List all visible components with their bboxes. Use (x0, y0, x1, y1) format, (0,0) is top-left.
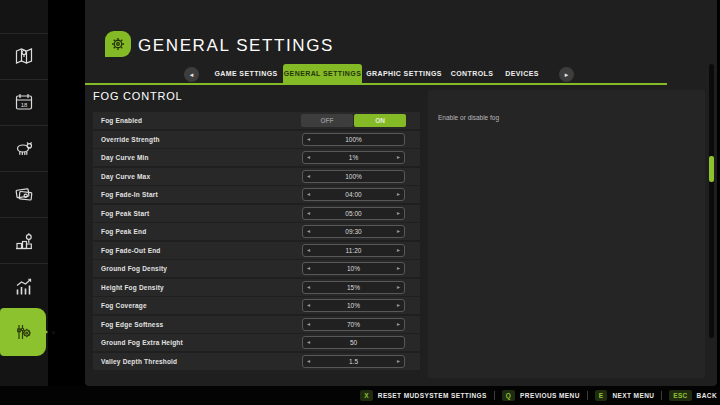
sidebar-divider (0, 217, 48, 218)
value-stepper[interactable]: ◂10%▸ (302, 262, 405, 275)
tab-controls[interactable]: CONTROLS (451, 64, 493, 84)
setting-label: Fog Peak Start (101, 205, 149, 222)
setting-value: 1.5 (303, 356, 404, 367)
value-stepper[interactable]: ◂04:00▸ (302, 188, 405, 201)
increment-arrow-icon[interactable]: ▸ (397, 208, 400, 219)
keybind-hint: ESCBACK (669, 390, 717, 401)
setting-value: 100% (303, 171, 404, 182)
increment-arrow-icon[interactable]: ▸ (397, 152, 400, 163)
factory-icon (13, 230, 35, 252)
value-stepper[interactable]: ◂1%▸ (302, 151, 405, 164)
hint-label[interactable]: NEXT MENU (612, 392, 654, 399)
keybind-bar: XRESET MUDSYSTEM SETTINGSQPREVIOUS MENUE… (0, 386, 720, 405)
keycap-q: Q (502, 390, 515, 401)
sidebar-item-settings[interactable] (0, 308, 46, 356)
setting-value: 70% (303, 319, 404, 330)
value-stepper[interactable]: ◂1.5▸ (302, 355, 405, 368)
setting-label: Fog Fade-Out End (101, 242, 161, 259)
settings-sliders-icon (12, 321, 34, 343)
setting-value: 04:00 (303, 189, 404, 200)
tabs-prev-button[interactable]: ◂ (184, 67, 199, 82)
toggle-off-button[interactable]: OFF (301, 114, 353, 127)
keycap-e: E (595, 390, 608, 401)
increment-arrow-icon[interactable]: ▸ (397, 319, 400, 330)
value-stepper[interactable]: ◂100%▸ (302, 133, 405, 146)
setting-row: Ground Fog Extra Height◂50▸ (93, 334, 420, 351)
toggle-on-button[interactable]: ON (354, 114, 406, 127)
chevron-left-icon: ◂ (190, 71, 194, 78)
setting-row: Ground Fog Density◂10%▸ (93, 260, 420, 277)
tabs-next-button[interactable]: ▸ (559, 67, 574, 82)
setting-value: 10% (303, 300, 404, 311)
setting-value: 11:20 (303, 245, 404, 256)
keycap-esc: ESC (669, 390, 691, 401)
settings-panel: GENERAL SETTINGS ◂ GAME SETTINGSGENERAL … (85, 0, 717, 386)
sidebar-item-map[interactable] (0, 34, 48, 78)
increment-arrow-icon[interactable]: ▸ (397, 189, 400, 200)
money-icon (13, 183, 35, 205)
section-title: FOG CONTROL (93, 90, 182, 102)
sidebar-item-finances[interactable] (0, 172, 48, 216)
value-stepper[interactable]: ◂11:20▸ (302, 244, 405, 257)
setting-label: Override Strength (101, 131, 160, 148)
tab-graphic-settings[interactable]: GRAPHIC SETTINGS (366, 64, 442, 84)
tab-devices[interactable]: DEVICES (505, 64, 539, 84)
increment-arrow-icon[interactable]: ▸ (397, 245, 400, 256)
scrollbar-track[interactable] (709, 64, 714, 338)
setting-row: Height Fog Density◂15%▸ (93, 279, 420, 296)
value-stepper[interactable]: ◂100%▸ (302, 170, 405, 183)
setting-row: Fog Peak End◂09:30▸ (93, 223, 420, 240)
keycap-x: X (360, 390, 373, 401)
increment-arrow-icon[interactable]: ▸ (397, 263, 400, 274)
sidebar: 18 (0, 0, 48, 386)
fog-enabled-toggle[interactable]: OFFON (301, 114, 406, 127)
increment-arrow-icon[interactable]: ▸ (397, 282, 400, 293)
value-stepper[interactable]: ◂09:30▸ (302, 225, 405, 238)
setting-value: 100% (303, 134, 404, 145)
setting-row: Fog Fade-Out End◂11:20▸ (93, 242, 420, 259)
setting-label: Ground Fog Extra Height (101, 334, 183, 351)
setting-value: 15% (303, 282, 404, 293)
setting-label: Ground Fog Density (101, 260, 167, 277)
chevron-right-icon: ▸ (565, 71, 569, 78)
setting-row: Day Curve Max◂100%▸ (93, 168, 420, 185)
hint-divider (661, 391, 662, 400)
value-stepper[interactable]: ◂70%▸ (302, 318, 405, 331)
increment-arrow-icon[interactable]: ▸ (397, 300, 400, 311)
general-settings-badge (105, 31, 131, 57)
increment-arrow-icon[interactable]: ▸ (397, 356, 400, 367)
setting-description: Enable or disable fog (438, 114, 499, 121)
setting-row: Fog EnabledOFFON (93, 112, 420, 129)
setting-label: Fog Enabled (101, 112, 142, 129)
setting-label: Fog Peak End (101, 223, 146, 240)
hint-label[interactable]: BACK (697, 392, 717, 399)
scrollbar-thumb[interactable] (709, 156, 714, 182)
increment-arrow-icon[interactable]: ▸ (397, 226, 400, 237)
animal-icon (13, 137, 35, 159)
setting-label: Fog Fade-In Start (101, 186, 158, 203)
sidebar-item-statistics[interactable] (0, 265, 48, 309)
value-stepper[interactable]: ◂15%▸ (302, 281, 405, 294)
tab-game-settings[interactable]: GAME SETTINGS (214, 64, 277, 84)
tab-underline (85, 83, 667, 85)
value-stepper[interactable]: ◂05:00▸ (302, 207, 405, 220)
tab-general-settings[interactable]: GENERAL SETTINGS (283, 64, 362, 84)
setting-label: Fog Edge Softness (101, 316, 163, 333)
keybind-hint: XRESET MUDSYSTEM SETTINGS (360, 390, 487, 401)
setting-value: 09:30 (303, 226, 404, 237)
setting-value: 10% (303, 263, 404, 274)
settings-rows: Fog EnabledOFFONOverride Strength◂100%▸D… (93, 112, 420, 371)
hint-label[interactable]: PREVIOUS MENU (520, 392, 580, 399)
calendar-icon: 18 (13, 91, 35, 113)
sidebar-item-animals[interactable] (0, 126, 48, 170)
hint-label[interactable]: RESET MUDSYSTEM SETTINGS (378, 392, 487, 399)
value-stepper[interactable]: ◂10%▸ (302, 299, 405, 312)
description-panel: Enable or disable fog (428, 90, 705, 378)
sidebar-item-production[interactable] (0, 219, 48, 263)
map-icon (13, 45, 35, 67)
hint-divider (587, 391, 588, 400)
keybind-hint: ENEXT MENU (595, 390, 655, 401)
sidebar-item-calendar[interactable]: 18 (0, 80, 48, 124)
value-stepper[interactable]: ◂50▸ (302, 336, 405, 349)
active-nav-pointer-dot (52, 331, 55, 334)
